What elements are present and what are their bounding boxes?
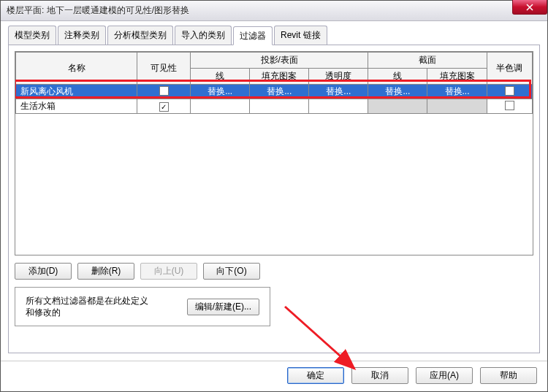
ok-button[interactable]: 确定 bbox=[287, 367, 344, 384]
grid-table: 名称 可见性 投影/表面 截面 半色调 线 填充图案 透明度 线 填充图案 bbox=[15, 52, 533, 114]
col-section[interactable]: 截面 bbox=[368, 53, 487, 69]
filter-grid[interactable]: 名称 可见性 投影/表面 截面 半色调 线 填充图案 透明度 线 填充图案 bbox=[15, 51, 533, 255]
col-proj-trans[interactable]: 透明度 bbox=[309, 69, 368, 85]
checkbox-icon[interactable] bbox=[505, 86, 514, 96]
col-proj-line[interactable]: 线 bbox=[191, 69, 250, 85]
col-visibility[interactable]: 可见性 bbox=[137, 53, 191, 85]
titlebar[interactable]: 楼层平面: 地下一层暖通建模的可见性/图形替换 bbox=[1, 1, 547, 21]
cell-proj-trans[interactable]: 替换... bbox=[309, 85, 368, 99]
col-sec-line[interactable]: 线 bbox=[368, 69, 427, 85]
dialog-window: 楼层平面: 地下一层暖通建模的可见性/图形替换 模型类别 注释类别 分析模型类别… bbox=[0, 0, 548, 392]
cell-visibility[interactable] bbox=[137, 85, 191, 99]
apply-button[interactable]: 应用(A) bbox=[416, 367, 473, 384]
help-button[interactable]: 帮助 bbox=[480, 367, 537, 384]
cancel-button[interactable]: 取消 bbox=[351, 367, 408, 384]
hint-box: 所有文档过滤器都是在此处定义和修改的 编辑/新建(E)... bbox=[15, 287, 270, 326]
checkbox-icon[interactable] bbox=[159, 102, 169, 112]
hint-text: 所有文档过滤器都是在此处定义和修改的 bbox=[26, 295, 150, 318]
cell-sec-fill[interactable]: 替换... bbox=[427, 85, 487, 99]
col-halftone[interactable]: 半色调 bbox=[487, 53, 532, 85]
cell-halftone[interactable] bbox=[487, 99, 532, 114]
close-icon bbox=[526, 4, 533, 11]
tab-annotation[interactable]: 注释类别 bbox=[58, 26, 106, 45]
cell-proj-fill[interactable]: 替换... bbox=[250, 85, 309, 99]
cell-visibility[interactable] bbox=[137, 99, 191, 114]
tab-model[interactable]: 模型类别 bbox=[8, 26, 56, 45]
tab-analysis[interactable]: 分析模型类别 bbox=[107, 26, 173, 45]
col-name[interactable]: 名称 bbox=[16, 53, 137, 85]
checkbox-icon[interactable] bbox=[505, 101, 514, 110]
up-button[interactable]: 向上(U) bbox=[140, 263, 197, 280]
cell-halftone[interactable] bbox=[487, 85, 532, 99]
cell-proj-trans[interactable] bbox=[309, 99, 368, 114]
cell-proj-fill[interactable] bbox=[250, 99, 309, 114]
col-sec-fill[interactable]: 填充图案 bbox=[427, 69, 487, 85]
tab-filters[interactable]: 过滤器 bbox=[233, 26, 273, 45]
cell-sec-line[interactable]: 替换... bbox=[368, 85, 427, 99]
col-proj-fill[interactable]: 填充图案 bbox=[250, 69, 309, 85]
down-button[interactable]: 向下(O) bbox=[203, 263, 260, 280]
cell-name[interactable]: 生活水箱 bbox=[16, 99, 137, 114]
button-row: 添加(D) 删除(R) 向上(U) 向下(O) bbox=[15, 263, 533, 280]
cell-sec-fill[interactable] bbox=[427, 99, 487, 114]
tab-panel: 名称 可见性 投影/表面 截面 半色调 线 填充图案 透明度 线 填充图案 bbox=[8, 45, 540, 353]
edit-new-button[interactable]: 编辑/新建(E)... bbox=[187, 299, 259, 315]
close-button[interactable] bbox=[512, 0, 547, 15]
checkbox-icon[interactable] bbox=[159, 86, 169, 96]
cell-proj-line[interactable]: 替换... bbox=[191, 85, 250, 99]
tab-strip: 模型类别 注释类别 分析模型类别 导入的类别 过滤器 Revit 链接 bbox=[8, 26, 540, 45]
cell-proj-line[interactable] bbox=[191, 99, 250, 114]
col-projection[interactable]: 投影/表面 bbox=[191, 53, 368, 69]
cell-name[interactable]: 新风离心风机 bbox=[16, 85, 137, 99]
dialog-footer: 确定 取消 应用(A) 帮助 bbox=[1, 361, 547, 391]
tab-revit-links[interactable]: Revit 链接 bbox=[274, 26, 327, 45]
add-button[interactable]: 添加(D) bbox=[15, 263, 72, 280]
table-row[interactable]: 新风离心风机 替换... 替换... 替换... 替换... 替换... bbox=[16, 85, 533, 99]
window-title: 楼层平面: 地下一层暖通建模的可见性/图形替换 bbox=[1, 4, 189, 17]
remove-button[interactable]: 删除(R) bbox=[77, 263, 134, 280]
table-row[interactable]: 生活水箱 bbox=[16, 99, 533, 114]
client-area: 模型类别 注释类别 分析模型类别 导入的类别 过滤器 Revit 链接 名称 可… bbox=[1, 21, 547, 361]
cell-sec-line[interactable] bbox=[368, 99, 427, 114]
tab-imported[interactable]: 导入的类别 bbox=[175, 26, 232, 45]
